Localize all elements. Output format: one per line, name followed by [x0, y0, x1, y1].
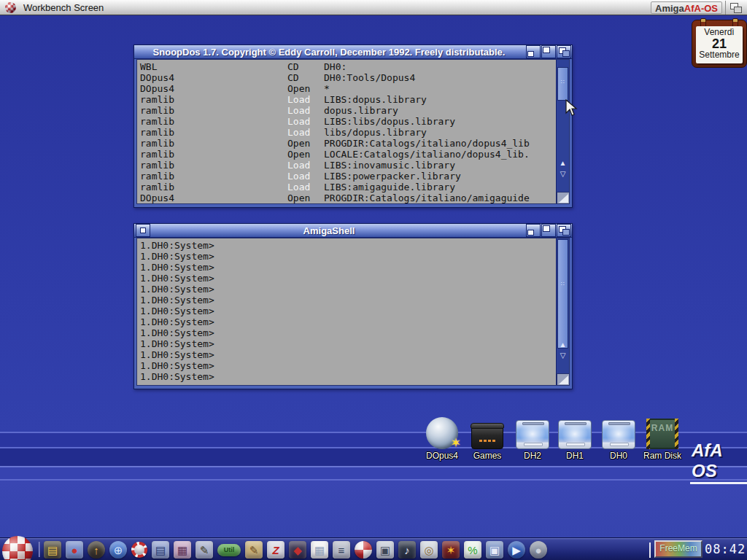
zoom-gadget[interactable]: [541, 224, 556, 237]
icon-label: DOpus4: [426, 451, 458, 461]
brand-afa: AfA-OS: [684, 3, 718, 14]
icon-label: Games: [473, 451, 502, 461]
scanner-icon[interactable]: Z: [267, 541, 285, 559]
calendar-day: 21: [696, 37, 743, 51]
media-play-icon[interactable]: ▶: [508, 541, 525, 559]
window-tool-icon[interactable]: ▣: [486, 541, 503, 559]
icon-label: DH0: [610, 451, 627, 461]
log-row: ramlibLoadLIBS:inovamusic.library: [137, 160, 556, 171]
web-globe-icon[interactable]: ⊕: [109, 541, 127, 559]
datebook-icon[interactable]: ●: [66, 541, 83, 559]
ball-game-icon[interactable]: [355, 541, 372, 559]
scroll-up-button[interactable]: ▲: [557, 339, 569, 350]
zoom-icon: [543, 47, 550, 53]
drawer-icon[interactable]: ▤: [44, 541, 61, 559]
icon-label: Ram Disk: [643, 451, 681, 461]
snoopdos-titlebar[interactable]: SnoopDos 1.7. Copyright © Eddy Carroll, …: [134, 45, 572, 59]
iconify-icon: [527, 230, 534, 236]
system-prefs-icon[interactable]: ✎: [196, 541, 213, 559]
audio-player-icon[interactable]: ♪: [398, 541, 416, 559]
cd-player-icon[interactable]: ◎: [420, 541, 438, 559]
shell-prompt-line: 1.DH0:System>: [137, 306, 556, 316]
installer-icon[interactable]: ↑: [88, 541, 105, 559]
help-ring-icon[interactable]: [131, 542, 147, 558]
shell-prompt-line: 1.DH0:System>: [137, 284, 556, 295]
fire-demo-icon[interactable]: ✶: [442, 541, 460, 559]
snoopdos-body: WBLCDDH0:DOpus4CDDH0:Tools/Dopus4DOpus4O…: [136, 59, 570, 204]
log-row: WBLCDDH0:: [137, 61, 556, 72]
taskbar-separator: [39, 542, 40, 557]
monitor-prefs-icon[interactable]: ▤: [152, 541, 169, 559]
hard-disk-icon: [516, 420, 549, 449]
iconify-gadget[interactable]: [526, 224, 541, 237]
desktop-icon-ram-disk[interactable]: RAMRam Disk: [640, 413, 685, 461]
screen-depth-gadget[interactable]: [725, 1, 745, 15]
resize-gadget[interactable]: [557, 373, 570, 386]
shell-scrollbar[interactable]: ∷ ▲ ▽: [556, 238, 569, 385]
scroll-down-button[interactable]: ▽: [557, 168, 569, 179]
utilities-icon[interactable]: Util: [217, 544, 241, 556]
freemem-gauge[interactable]: FreeMem: [654, 540, 703, 558]
paint-icon[interactable]: ✎: [245, 541, 263, 559]
shell-prompt-line: 1.DH0:System>: [137, 273, 556, 284]
shell-prompt-line: 1.DH0:System>: [137, 360, 556, 371]
desktop-icon-dh1[interactable]: DH1: [552, 413, 597, 461]
desktop-icon-dopus4[interactable]: ✶DOpus4: [419, 413, 465, 461]
sound-prefs-icon[interactable]: ▦: [174, 541, 191, 559]
taskbar: ▤●↑⊕▤▦✎Util✎Z◆▦≡▣♪◎✶%▣▶● FreeMem 08:42: [0, 537, 747, 560]
shell-console[interactable]: 1.DH0:System>1.DH0:System>1.DH0:System>1…: [137, 238, 556, 385]
shell-body: 1.DH0:System>1.DH0:System>1.DH0:System>1…: [136, 238, 570, 386]
log-row: DOpus4OpenPROGDIR:Catalogs/italiano/amig…: [137, 192, 556, 203]
calendar-weekday: Venerdì: [696, 28, 743, 37]
calendar-widget[interactable]: Venerdì 21 Settembre: [692, 20, 747, 68]
zoom-gadget[interactable]: [541, 45, 556, 58]
iconify-gadget[interactable]: [526, 45, 541, 58]
log-row: DOpus4CDDH0:Tools/Dopus4: [137, 72, 556, 83]
desktop-icon-games[interactable]: Games: [465, 413, 510, 461]
zoom-icon: [543, 225, 550, 232]
amiga-menu-button[interactable]: [2, 536, 33, 560]
log-row: ramlibLoadLIBS:dopus.library: [137, 94, 556, 105]
log-row: ramlibLoaddopus.library: [137, 105, 556, 116]
shell-scroll-thumb[interactable]: ∷: [557, 239, 568, 349]
shell-prompt-line: 1.DH0:System>: [137, 240, 556, 251]
photo-viewer-icon[interactable]: ◆: [289, 541, 306, 559]
desktop-icon-dh2[interactable]: DH2: [510, 413, 555, 461]
planet-icon[interactable]: ●: [530, 541, 547, 559]
hard-disk-icon: [558, 420, 592, 449]
screen-title: Workbench Screen: [23, 2, 104, 13]
drawer-icon: [471, 424, 503, 449]
desktop-icon-dh0[interactable]: DH0: [596, 413, 641, 461]
shell-prompt-line: 1.DH0:System>: [137, 316, 556, 327]
snoopdos-log: WBLCDDH0:DOpus4CDDH0:Tools/Dopus4DOpus4O…: [137, 60, 556, 203]
taskbar-icons: ▤●↑⊕▤▦✎Util✎Z◆▦≡▣♪◎✶%▣▶●: [44, 541, 547, 559]
shell-title: AmigaShell: [134, 225, 524, 236]
scroll-up-button[interactable]: ▲: [557, 158, 569, 168]
snoopdos-scrollbar[interactable]: ∷ ▲ ▽: [556, 60, 569, 203]
calendar-month: Settembre: [696, 50, 743, 60]
brand-badge: AmigaAfA-OS: [651, 1, 722, 14]
afa-os-label: AfA OS: [690, 440, 747, 484]
snoopdos-scroll-thumb[interactable]: ∷: [557, 67, 568, 101]
depth-gadget[interactable]: [557, 224, 571, 237]
disk-tool-icon[interactable]: ▣: [376, 541, 394, 559]
ram-chip-icon: RAM: [648, 419, 677, 449]
amiga-ball-icon: [5, 2, 16, 13]
clock: 08:42: [705, 542, 746, 556]
shell-titlebar[interactable]: AmigaShell: [134, 224, 572, 238]
screen-title-bar[interactable]: Workbench Screen AmigaAfA-OS: [0, 0, 747, 15]
sphere-icon: ✶: [426, 417, 458, 449]
hard-disk-icon: [602, 420, 635, 449]
spreadsheet-icon[interactable]: ▦: [311, 541, 328, 559]
resize-gadget[interactable]: [557, 192, 570, 204]
depth-gadget[interactable]: [557, 45, 571, 58]
disk-usage-icon[interactable]: %: [464, 541, 481, 559]
log-row: ramlibOpenPROGDIR:Catalogs/italiano/dopu…: [137, 138, 556, 149]
scroll-down-button[interactable]: ▽: [557, 350, 569, 361]
log-row: ramlibLoadLIBS:amigaguide.library: [137, 182, 556, 192]
log-row: DOpus4Open*: [137, 83, 556, 94]
icon-label: DH1: [566, 451, 584, 461]
calculator-icon[interactable]: ≡: [333, 541, 350, 559]
log-row: ramlibLoadlibs/dopus.library: [137, 127, 556, 138]
log-row: ramlibLoadLIBS:powerpacker.library: [137, 171, 556, 182]
